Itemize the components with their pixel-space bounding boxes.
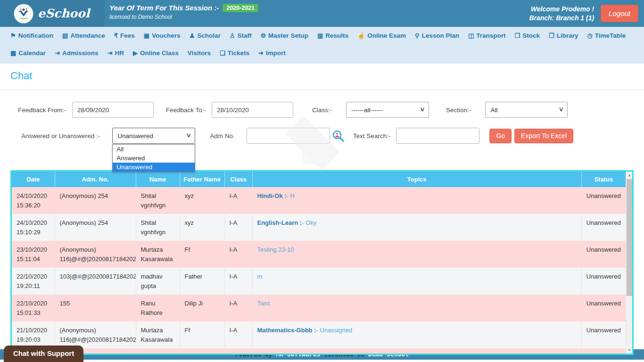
scrollbar-thumb[interactable]	[627, 179, 632, 296]
nav-item-label: Stock	[522, 32, 540, 39]
cell-date: 24/10/202015:36:20	[12, 187, 55, 214]
nav-item-notification[interactable]: ⚑Notification	[10, 32, 53, 39]
nav-item-staff[interactable]: ♙Staff	[230, 32, 252, 39]
nav-item-visitors[interactable]: Visitors	[188, 49, 211, 57]
nav-item-label: Admissions	[62, 49, 99, 57]
nav-item-online-exam[interactable]: ☝Online Exam	[357, 32, 406, 39]
nav-item-fees[interactable]: ₹Fees	[114, 32, 135, 39]
hr-icon: ⇥	[107, 50, 113, 56]
nav-row-2: ▦Calendar⇥Admissions⇥HR▶Online ClassVisi…	[10, 44, 644, 62]
staff-icon: ♙	[230, 33, 235, 39]
feedback-to-input[interactable]	[212, 102, 293, 118]
table-row[interactable]: 23/10/202015:11:04(Anonymous) 116|@#@|20…	[12, 241, 626, 268]
cell-class: I-A	[224, 268, 252, 295]
cell-name: Murtaza Kasarawala	[136, 321, 180, 348]
cell-date: 24/10/202015:10:29	[12, 214, 55, 241]
table-row-partial	[12, 348, 626, 354]
nav-item-timetable[interactable]: ◷TimeTable	[587, 32, 626, 39]
cell-adm-no: (Anonymous) 254	[55, 214, 136, 241]
table-row[interactable]: 22/10/202019:20:11103|@#@|20200817184202…	[12, 268, 626, 295]
cell-date: 22/10/202019:20:11	[12, 268, 55, 295]
notification-icon: ⚑	[10, 33, 16, 39]
export-to-excel-button[interactable]: Export To Excel	[514, 129, 573, 143]
table-row[interactable]: 24/10/202015:10:29(Anonymous) 254Shital …	[12, 214, 626, 241]
table-header-row: DateAdm. No.NameFather NameClassTopicsSt…	[12, 172, 626, 187]
nav-item-admissions[interactable]: ⇥Admissions	[55, 49, 98, 57]
cell-topic: Hindi-Ok :- H	[252, 187, 581, 214]
adm-no-input[interactable]	[247, 128, 330, 144]
table-row[interactable]: 22/10/202015:01:33155Ranu RathoreDilip J…	[12, 295, 626, 321]
scroll-up-icon[interactable]: ▲	[626, 172, 633, 179]
section-label: Section:-	[446, 107, 471, 114]
nav-item-lesson-plan[interactable]: ⚲Lesson Plan	[415, 32, 459, 39]
app-logo-text: eSchool	[38, 7, 90, 20]
chevron-down-icon: ˅	[559, 106, 563, 114]
nav-item-results[interactable]: ▥Results	[317, 32, 348, 39]
topic-link[interactable]: Mathematics-Gbbb :- Unassigned	[257, 327, 353, 334]
nav-item-hr[interactable]: ⇥HR	[107, 49, 124, 57]
nav-item-vouchers[interactable]: ▣Vouchers	[144, 32, 181, 39]
answered-select[interactable]: Unanswered ˅	[112, 128, 195, 144]
topic-link[interactable]: m	[257, 273, 263, 280]
adm-search-icon[interactable]	[332, 130, 345, 142]
nav-item-scholar[interactable]: ♟Scholar	[190, 32, 221, 39]
logout-button[interactable]: Logout	[601, 5, 638, 22]
chevron-down-icon: ˅	[187, 132, 190, 140]
topic-link[interactable]: Hindi-Ok :- H	[257, 192, 295, 199]
nav-item-label: Lesson Plan	[422, 32, 460, 39]
cell-topic: Testing 23-10	[252, 241, 581, 268]
nav-item-label: Results	[325, 32, 348, 39]
cell-status: Unanswered	[581, 295, 626, 321]
section-select[interactable]: All ˅	[485, 102, 568, 118]
cell-name: Ranu Rathore	[136, 295, 180, 321]
feedback-table: DateAdm. No.NameFather NameClassTopicsSt…	[12, 172, 626, 354]
nav-item-import[interactable]: ➜Import	[258, 49, 286, 57]
cell-adm-no: (Anonymous) 116|@#@|20200817184202	[55, 321, 136, 348]
cell-name: Shital vgnhfvgn	[136, 187, 180, 214]
cell-father-name: xyz	[180, 214, 224, 241]
vertical-scrollbar[interactable]: ▲ ▼	[626, 172, 632, 354]
filter-row-2: Answered or Unanswered :- Unanswered ˅ A…	[21, 128, 644, 144]
nav-item-label: Online Exam	[367, 32, 406, 39]
nav-item-transport[interactable]: ◫Transport	[468, 32, 506, 39]
answered-option-unanswered[interactable]: Unanswered	[113, 163, 195, 172]
topic-link[interactable]: Twst	[257, 300, 270, 307]
scroll-down-icon[interactable]: ▼	[626, 346, 633, 354]
nav-item-label: TimeTable	[595, 32, 626, 39]
nav-item-label: Master Setup	[268, 32, 308, 39]
nav-item-attendance[interactable]: ▤Attendance	[62, 32, 105, 39]
cell-class: I-A	[224, 187, 252, 214]
nav-item-master-setup[interactable]: ⚙Master Setup	[260, 32, 308, 39]
nav-item-calendar[interactable]: ▦Calendar	[10, 49, 46, 57]
cell-father-name: Father	[180, 268, 224, 295]
header-right: Welcome Prodemo ! Branch: Branch 1 (1) L…	[529, 0, 644, 27]
cell-status: Unanswered	[581, 214, 626, 241]
go-button[interactable]: Go	[489, 129, 512, 143]
answered-label: Answered or Unanswered :-	[21, 132, 100, 140]
nav-item-tickets[interactable]: ❏Tickets	[220, 49, 249, 57]
answered-option-answered[interactable]: Answered	[113, 154, 195, 163]
nav-item-library[interactable]: ❐Library	[549, 32, 578, 39]
cell-adm-no: 155	[55, 295, 136, 321]
eschool-logo-icon	[14, 4, 33, 23]
cell-class: I-A	[224, 295, 252, 321]
nav-item-label: Notification	[18, 32, 53, 39]
feedback-from-input[interactable]	[72, 102, 154, 118]
logo-area: eSchool	[0, 0, 105, 27]
cell-date: 23/10/202015:11:04	[12, 241, 55, 268]
class-select[interactable]: ------all------ ˅	[346, 102, 429, 118]
col-header-name: Name	[136, 172, 180, 187]
chat-with-support-tab[interactable]: Chat with Support	[4, 346, 83, 362]
answered-option-all[interactable]: All	[113, 145, 195, 154]
table-body: 24/10/202015:36:20(Anonymous) 254Shital …	[12, 187, 626, 354]
text-search-input[interactable]	[396, 128, 479, 144]
table-row[interactable]: 21/10/202019:20:03(Anonymous) 116|@#@|20…	[12, 321, 626, 348]
nav-item-label: Fees	[120, 32, 135, 39]
nav-item-online-class[interactable]: ▶Online Class	[133, 49, 179, 57]
nav-item-stock[interactable]: ❒Stock	[515, 32, 540, 39]
text-search-label: Text Search:-	[353, 132, 391, 140]
cell-status: Unanswered	[581, 187, 626, 214]
topic-link[interactable]: English-Learn :- Oky	[257, 219, 317, 226]
topic-link[interactable]: Testing 23-10	[257, 246, 294, 253]
table-row[interactable]: 24/10/202015:36:20(Anonymous) 254Shital …	[12, 187, 626, 214]
